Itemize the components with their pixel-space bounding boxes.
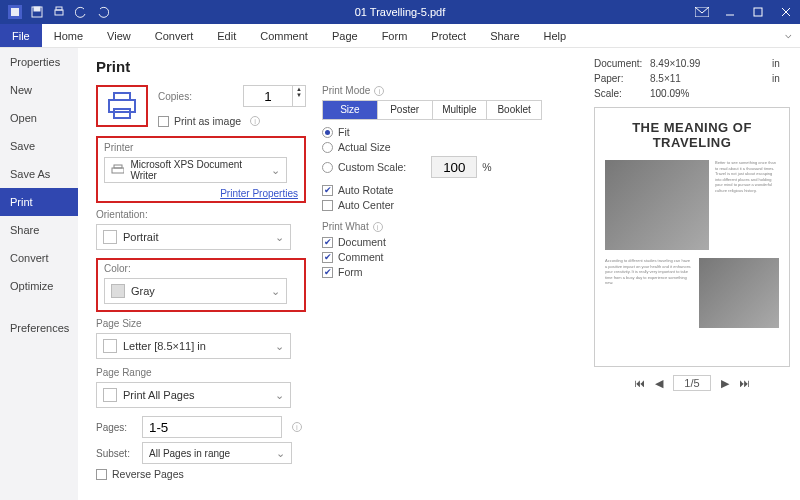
fit-radio[interactable]: Fit xyxy=(322,126,552,138)
minimize-icon[interactable] xyxy=(716,0,744,24)
info-icon: i xyxy=(374,86,384,96)
print-icon[interactable] xyxy=(52,5,66,19)
gray-swatch-icon xyxy=(111,284,125,298)
sidebar-print[interactable]: Print xyxy=(0,188,78,216)
chevron-down-icon: ⌄ xyxy=(275,389,284,402)
sidebar-preferences[interactable]: Preferences xyxy=(0,314,78,342)
menu-view[interactable]: View xyxy=(95,24,143,47)
menu-convert[interactable]: Convert xyxy=(143,24,206,47)
svg-rect-5 xyxy=(56,7,62,10)
print-document-checkbox[interactable]: Document xyxy=(322,236,552,248)
svg-rect-11 xyxy=(109,100,135,112)
orientation-label: Orientation: xyxy=(96,209,306,220)
first-page-icon[interactable]: ⏮ xyxy=(634,377,645,389)
tab-multiple[interactable]: Multiple xyxy=(432,101,487,119)
print-what-label: Print Whati xyxy=(322,221,552,232)
copies-label: Copies: xyxy=(158,91,192,102)
sidebar-new[interactable]: New xyxy=(0,76,78,104)
save-icon[interactable] xyxy=(30,5,44,19)
custom-scale-radio[interactable]: Custom Scale: % xyxy=(322,156,552,178)
print-mode-tabs: Size Poster Multiple Booklet xyxy=(322,100,542,120)
chevron-down-icon: ⌄ xyxy=(271,285,280,298)
sidebar-convert[interactable]: Convert xyxy=(0,244,78,272)
menu-page[interactable]: Page xyxy=(320,24,370,47)
undo-icon[interactable] xyxy=(74,5,88,19)
chevron-down-icon: ⌄ xyxy=(275,340,284,353)
svg-rect-13 xyxy=(114,109,130,118)
app-logo-icon xyxy=(8,5,22,19)
printer-section-label: Printer xyxy=(104,142,298,153)
portrait-icon xyxy=(103,230,117,244)
color-select[interactable]: Gray ⌄ xyxy=(104,278,287,304)
printer-properties-link[interactable]: Printer Properties xyxy=(220,188,298,199)
menu-file[interactable]: File xyxy=(0,24,42,47)
orientation-select[interactable]: Portrait ⌄ xyxy=(96,224,291,250)
preview-text: According to different studies traveling… xyxy=(605,258,693,328)
title-bar: 01 Travelling-5.pdf xyxy=(0,0,800,24)
page-range-select[interactable]: Print All Pages ⌄ xyxy=(96,382,291,408)
page-size-select[interactable]: Letter [8.5×11] in ⌄ xyxy=(96,333,291,359)
printer-select[interactable]: Microsoft XPS Document Writer ⌄ xyxy=(104,157,287,183)
page-range-label: Page Range xyxy=(96,367,306,378)
copies-input[interactable] xyxy=(243,85,293,107)
info-icon: i xyxy=(292,422,302,432)
sidebar-share[interactable]: Share xyxy=(0,216,78,244)
mail-icon[interactable] xyxy=(688,0,716,24)
chevron-down-icon: ⌄ xyxy=(275,231,284,244)
reverse-pages-checkbox[interactable]: Reverse Pages xyxy=(96,468,306,480)
tab-poster[interactable]: Poster xyxy=(377,101,432,119)
tab-booklet[interactable]: Booklet xyxy=(486,101,541,119)
preview-title: THE MEANING OF TRAVELING xyxy=(605,120,779,150)
menu-edit[interactable]: Edit xyxy=(205,24,248,47)
menu-share[interactable]: Share xyxy=(478,24,531,47)
window-title: 01 Travelling-5.pdf xyxy=(0,6,800,18)
sidebar-save[interactable]: Save xyxy=(0,132,78,160)
menu-bar: File Home View Convert Edit Comment Page… xyxy=(0,24,800,48)
sidebar-open[interactable]: Open xyxy=(0,104,78,132)
custom-scale-input[interactable] xyxy=(431,156,477,178)
preview-image xyxy=(605,160,709,250)
close-icon[interactable] xyxy=(772,0,800,24)
print-form-checkbox[interactable]: Form xyxy=(322,266,552,278)
print-as-image-checkbox[interactable]: Print as imagei xyxy=(158,115,306,127)
info-icon: i xyxy=(373,222,383,232)
copies-down[interactable]: ▼ xyxy=(293,92,305,98)
svg-rect-4 xyxy=(55,10,63,15)
actual-size-radio[interactable]: Actual Size xyxy=(322,141,552,153)
prev-page-icon[interactable]: ◀ xyxy=(655,377,663,390)
pages-label: Pages: xyxy=(96,422,136,433)
file-sidebar: Properties New Open Save Save As Print S… xyxy=(0,48,78,500)
collapse-ribbon-icon[interactable]: ⌵ xyxy=(785,28,792,41)
print-preview: THE MEANING OF TRAVELING Better to see s… xyxy=(594,107,790,367)
auto-center-checkbox[interactable]: Auto Center xyxy=(322,199,552,211)
print-mode-label: Print Modei xyxy=(322,85,552,96)
sidebar-properties[interactable]: Properties xyxy=(0,48,78,76)
next-page-icon[interactable]: ▶ xyxy=(721,377,729,390)
auto-rotate-checkbox[interactable]: Auto Rotate xyxy=(322,184,552,196)
print-comment-checkbox[interactable]: Comment xyxy=(322,251,552,263)
menu-home[interactable]: Home xyxy=(42,24,95,47)
pages-icon xyxy=(103,388,117,402)
svg-rect-1 xyxy=(11,8,19,16)
menu-comment[interactable]: Comment xyxy=(248,24,320,47)
svg-rect-15 xyxy=(114,165,122,168)
printer-illustration xyxy=(96,85,148,127)
sidebar-optimize[interactable]: Optimize xyxy=(0,272,78,300)
svg-rect-14 xyxy=(112,168,124,173)
page-size-label: Page Size xyxy=(96,318,306,329)
chevron-down-icon: ⌄ xyxy=(271,164,280,177)
page-indicator: 1/5 xyxy=(673,375,710,391)
preview-text: Better to see something once than to rea… xyxy=(715,160,779,250)
svg-rect-8 xyxy=(754,8,762,16)
menu-form[interactable]: Form xyxy=(370,24,420,47)
page-icon xyxy=(103,339,117,353)
subset-select[interactable]: All Pages in range ⌄ xyxy=(142,442,292,464)
menu-help[interactable]: Help xyxy=(532,24,579,47)
redo-icon[interactable] xyxy=(96,5,110,19)
tab-size[interactable]: Size xyxy=(323,101,377,119)
sidebar-save-as[interactable]: Save As xyxy=(0,160,78,188)
last-page-icon[interactable]: ⏭ xyxy=(739,377,750,389)
menu-protect[interactable]: Protect xyxy=(419,24,478,47)
maximize-icon[interactable] xyxy=(744,0,772,24)
pages-input[interactable] xyxy=(142,416,282,438)
